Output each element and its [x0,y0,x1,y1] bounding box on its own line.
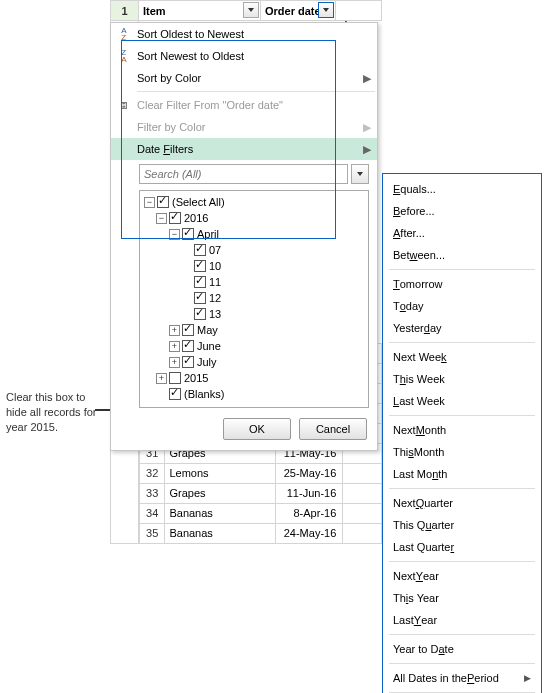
filter-last-quarter[interactable]: Last Quarter [383,536,541,558]
tree-label: July [197,356,217,368]
cancel-button[interactable]: Cancel [299,418,367,440]
column-label-orderdate: Order date [265,5,321,17]
tree-label: 12 [209,292,221,304]
search-dropdown[interactable] [351,164,369,184]
filter-this-week[interactable]: This Week [383,368,541,390]
tree-label: 11 [209,276,221,288]
sort-by-color[interactable]: Sort by Color ▶ [111,67,377,89]
ok-button[interactable]: OK [223,418,291,440]
submenu-arrow-icon: ▶ [524,673,531,683]
date-filters-submenu: Equals... Before... After... Between... … [382,173,542,693]
date-cell[interactable]: 25-May-16 [275,463,342,483]
filter-by-color: Filter by Color ▶ [111,116,377,138]
expand-icon[interactable]: + [169,357,180,368]
date-cell[interactable]: 24-May-16 [275,523,342,543]
date-filters[interactable]: Date Filters ▶ [111,138,377,160]
column-header-blank[interactable] [336,1,382,21]
checkbox-11[interactable] [194,276,206,288]
table-row[interactable]: 32Lemons25-May-16 [140,463,382,483]
filter-button-orderdate[interactable] [318,2,334,18]
autofilter-menu: AZ Sort Oldest to Newest ZA Sort Newest … [110,22,378,451]
checkbox-10[interactable] [194,260,206,272]
tree-label: 10 [209,260,221,272]
submenu-arrow-icon: ▶ [361,121,371,134]
tree-label: 2016 [184,212,208,224]
filter-year-to-date[interactable]: Year to Date [383,638,541,660]
item-cell[interactable]: Lemons [165,463,275,483]
checkbox-june[interactable] [182,340,194,352]
rownum-cell[interactable]: 34 [140,503,165,523]
filter-this-year[interactable]: This Year [383,587,541,609]
filter-this-quarter[interactable]: This Quarter [383,514,541,536]
filter-next-quarter[interactable]: Next Quarter [383,492,541,514]
filter-last-week[interactable]: Last Week [383,390,541,412]
filter-next-week[interactable]: Next Week [383,346,541,368]
expand-icon[interactable]: + [169,325,180,336]
annotation-note: Clear this box to hide all records for y… [6,390,104,435]
expand-icon[interactable]: + [169,341,180,352]
tree-label: (Select All) [172,196,225,208]
filter-last-month[interactable]: Last Month [383,463,541,485]
checkbox-april[interactable] [182,228,194,240]
date-cell[interactable]: 8-Apr-16 [275,503,342,523]
filter-tomorrow[interactable]: Tomorrow [383,273,541,295]
column-header-item[interactable]: Item [139,1,261,21]
filter-between[interactable]: Between... [383,244,541,266]
date-cell[interactable]: 11-Jun-16 [275,483,342,503]
sort-newest-oldest[interactable]: ZA Sort Newest to Oldest [111,45,377,67]
tree-label: June [197,340,221,352]
checkbox-selectall[interactable] [157,196,169,208]
filter-next-month[interactable]: Next Month [383,419,541,441]
filter-today[interactable]: Today [383,295,541,317]
sort-asc-icon: AZ [121,27,126,41]
tree-label: May [197,324,218,336]
rownum-header[interactable]: 1 [111,1,139,21]
expand-icon[interactable]: + [156,373,167,384]
blank-cell[interactable] [343,523,381,543]
checkbox-2016[interactable] [169,212,181,224]
filter-button-item[interactable] [243,2,259,18]
filter-before[interactable]: Before... [383,200,541,222]
collapse-icon[interactable]: − [169,229,180,240]
filter-all-dates-period[interactable]: All Dates in the Period▶ [383,667,541,689]
tree-label: (Blanks) [184,388,224,400]
checkbox-2015[interactable] [169,372,181,384]
blank-cell[interactable] [343,503,381,523]
collapse-icon[interactable]: − [144,197,155,208]
checkbox-12[interactable] [194,292,206,304]
tree-label: 13 [209,308,221,320]
tree-label: April [197,228,219,240]
checkbox-13[interactable] [194,308,206,320]
collapse-icon[interactable]: − [156,213,167,224]
clear-filter: 🗏 Clear Filter From "Order date" [111,94,377,116]
column-header-orderdate[interactable]: Order date [261,1,336,21]
checkbox-july[interactable] [182,356,194,368]
checkbox-blanks[interactable] [169,388,181,400]
item-cell[interactable]: Bananas [165,523,275,543]
table-row[interactable]: 34Bananas8-Apr-16 [140,503,382,523]
rownum-cell[interactable]: 32 [140,463,165,483]
search-input[interactable] [139,164,348,184]
filter-after[interactable]: After... [383,222,541,244]
rownum-cell[interactable]: 35 [140,523,165,543]
tree-label: 2015 [184,372,208,384]
submenu-arrow-icon: ▶ [361,72,371,85]
value-tree[interactable]: −(Select All) −2016 −April 07 10 11 12 1… [139,190,369,408]
item-cell[interactable]: Bananas [165,503,275,523]
filter-equals[interactable]: Equals... [383,178,541,200]
checkbox-may[interactable] [182,324,194,336]
blank-cell[interactable] [343,463,381,483]
filter-yesterday[interactable]: Yesterday [383,317,541,339]
blank-cell[interactable] [343,483,381,503]
column-label-item: Item [143,5,166,17]
filter-next-year[interactable]: Next Year [383,565,541,587]
table-row[interactable]: 33Grapes11-Jun-16 [140,483,382,503]
item-cell[interactable]: Grapes [165,483,275,503]
filter-this-month[interactable]: This Month [383,441,541,463]
checkbox-07[interactable] [194,244,206,256]
rownum-cell[interactable]: 33 [140,483,165,503]
sort-desc-icon: ZA [121,49,126,63]
filter-last-year[interactable]: Last Year [383,609,541,631]
sort-oldest-newest[interactable]: AZ Sort Oldest to Newest [111,23,377,45]
table-row[interactable]: 35Bananas24-May-16 [140,523,382,543]
